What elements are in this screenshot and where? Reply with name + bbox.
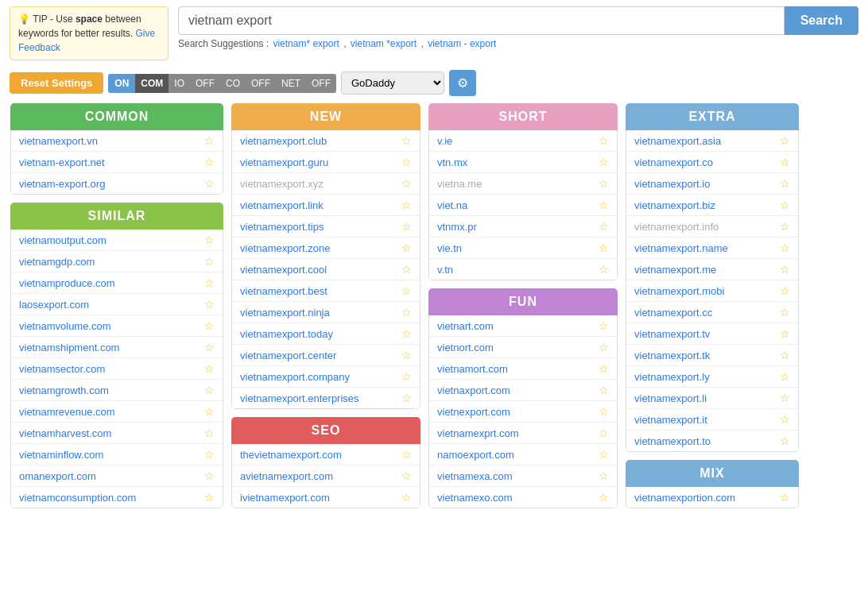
star-icon[interactable]: ☆ [204, 298, 215, 311]
suggestion-2[interactable]: vietnam *export [351, 38, 417, 49]
star-icon[interactable]: ☆ [204, 134, 215, 147]
reset-settings-button[interactable]: Reset Settings [10, 72, 103, 94]
star-icon[interactable]: ☆ [780, 306, 790, 319]
star-icon[interactable]: ☆ [599, 341, 609, 353]
star-icon[interactable]: ☆ [401, 220, 412, 233]
domain-link[interactable]: vietnam-export.org [19, 178, 105, 190]
domain-link[interactable]: vietnamexport.club [240, 135, 327, 147]
domain-link[interactable]: vietnamexport.tk [634, 350, 710, 361]
domain-link[interactable]: vietnamexport.it [634, 414, 707, 426]
star-icon[interactable]: ☆ [204, 276, 215, 289]
toggle-com[interactable]: COM [135, 74, 169, 93]
star-icon[interactable]: ☆ [204, 341, 215, 353]
star-icon[interactable]: ☆ [204, 469, 215, 482]
star-icon[interactable]: ☆ [204, 384, 215, 396]
star-icon[interactable]: ☆ [204, 448, 215, 461]
star-icon[interactable]: ☆ [780, 220, 790, 233]
star-icon[interactable]: ☆ [599, 319, 609, 332]
domain-link[interactable]: vietnamrevenue.com [19, 406, 115, 418]
domain-link[interactable]: vietnamexport.biz [634, 199, 715, 211]
star-icon[interactable]: ☆ [401, 327, 412, 340]
domain-link[interactable]: vietnamexport.tips [240, 221, 324, 233]
domain-link[interactable]: vietnamvolume.com [19, 320, 111, 332]
star-icon[interactable]: ☆ [401, 491, 412, 504]
star-icon[interactable]: ☆ [204, 362, 215, 375]
domain-link[interactable]: vietnamexport.best [240, 285, 327, 297]
star-icon[interactable]: ☆ [780, 134, 790, 147]
star-icon[interactable]: ☆ [599, 384, 609, 396]
star-icon[interactable]: ☆ [780, 241, 790, 254]
domain-link[interactable]: vietnamort.com [437, 363, 508, 375]
domain-link[interactable]: vietnaxport.com [437, 384, 510, 396]
star-icon[interactable]: ☆ [401, 134, 412, 147]
star-icon[interactable]: ☆ [401, 448, 412, 461]
star-icon[interactable]: ☆ [204, 255, 215, 268]
star-icon[interactable]: ☆ [599, 134, 609, 147]
domain-link[interactable]: vtn.mx [437, 156, 467, 168]
domain-link[interactable]: vietnamexport.xyz [240, 178, 324, 190]
domain-link[interactable]: v.ie [437, 135, 452, 147]
star-icon[interactable]: ☆ [780, 349, 790, 361]
domain-link[interactable]: vietnamoutput.com [19, 234, 107, 246]
domain-link[interactable]: vietnamexport.ly [634, 371, 710, 383]
domain-link[interactable]: laosexport.com [19, 299, 89, 311]
star-icon[interactable]: ☆ [401, 156, 412, 168]
domain-link[interactable]: vietnamexportion.com [634, 492, 735, 504]
domain-link[interactable]: vietnamexport.co [634, 156, 713, 168]
star-icon[interactable]: ☆ [780, 263, 790, 276]
domain-link[interactable]: vietnamexport.company [240, 371, 350, 383]
star-icon[interactable]: ☆ [401, 349, 412, 361]
search-input[interactable] [178, 6, 785, 35]
domain-link[interactable]: vietnamexport.name [634, 242, 728, 254]
star-icon[interactable]: ☆ [401, 306, 412, 319]
domain-link[interactable]: viet.na [437, 199, 467, 211]
star-icon[interactable]: ☆ [599, 177, 609, 190]
star-icon[interactable]: ☆ [204, 491, 215, 504]
toggle-net-label[interactable]: NET [276, 74, 306, 93]
domain-link[interactable]: namoexport.com [437, 449, 514, 461]
star-icon[interactable]: ☆ [204, 319, 215, 332]
domain-link[interactable]: vietnamexport.cool [240, 264, 327, 276]
star-icon[interactable]: ☆ [204, 405, 215, 418]
domain-link[interactable]: vietnamgrowth.com [19, 384, 109, 396]
domain-link[interactable]: vietnamexport.asia [634, 135, 721, 147]
star-icon[interactable]: ☆ [599, 156, 609, 168]
star-icon[interactable]: ☆ [599, 220, 609, 233]
domain-link[interactable]: vietnamexport.io [634, 178, 710, 190]
star-icon[interactable]: ☆ [599, 362, 609, 375]
domain-link[interactable]: avietnamexport.com [240, 470, 333, 482]
domain-link[interactable]: vietnamexport.info [634, 221, 719, 233]
domain-link[interactable]: vietnamexport.center [240, 350, 336, 361]
domain-link[interactable]: vietnamexport.cc [634, 307, 712, 319]
domain-link[interactable]: vietnort.com [437, 342, 494, 353]
domain-link[interactable]: vietnamgdp.com [19, 256, 95, 268]
domain-link[interactable]: vietnam-export.net [19, 156, 105, 168]
star-icon[interactable]: ☆ [780, 177, 790, 190]
star-icon[interactable]: ☆ [204, 427, 215, 439]
star-icon[interactable]: ☆ [780, 370, 790, 383]
domain-link[interactable]: omanexport.com [19, 470, 96, 482]
registrar-select[interactable]: GoDaddy Namecheap Name.com [341, 71, 444, 95]
star-icon[interactable]: ☆ [401, 263, 412, 276]
star-icon[interactable]: ☆ [599, 241, 609, 254]
suggestion-3[interactable]: vietnam - export [428, 38, 496, 49]
domain-link[interactable]: vietnamexport.ninja [240, 307, 330, 319]
star-icon[interactable]: ☆ [401, 469, 412, 482]
toggle-io-off[interactable]: OFF [190, 74, 220, 93]
domain-link[interactable]: vietnaminflow.com [19, 449, 103, 461]
domain-link[interactable]: vietnamconsumption.com [19, 492, 136, 504]
star-icon[interactable]: ☆ [204, 234, 215, 246]
star-icon[interactable]: ☆ [204, 177, 215, 190]
toggle-co-off[interactable]: OFF [246, 74, 276, 93]
star-icon[interactable]: ☆ [599, 405, 609, 418]
domain-link[interactable]: vietnamproduce.com [19, 277, 115, 289]
star-icon[interactable]: ☆ [780, 156, 790, 168]
star-icon[interactable]: ☆ [599, 263, 609, 276]
domain-link[interactable]: vietnamexprt.com [437, 427, 519, 439]
domain-link[interactable]: vietnart.com [437, 320, 494, 332]
star-icon[interactable]: ☆ [780, 284, 790, 297]
star-icon[interactable]: ☆ [780, 327, 790, 340]
star-icon[interactable]: ☆ [599, 491, 609, 504]
domain-link[interactable]: vietnamexport.link [240, 199, 324, 211]
domain-link[interactable]: vietnamexport.today [240, 328, 333, 340]
